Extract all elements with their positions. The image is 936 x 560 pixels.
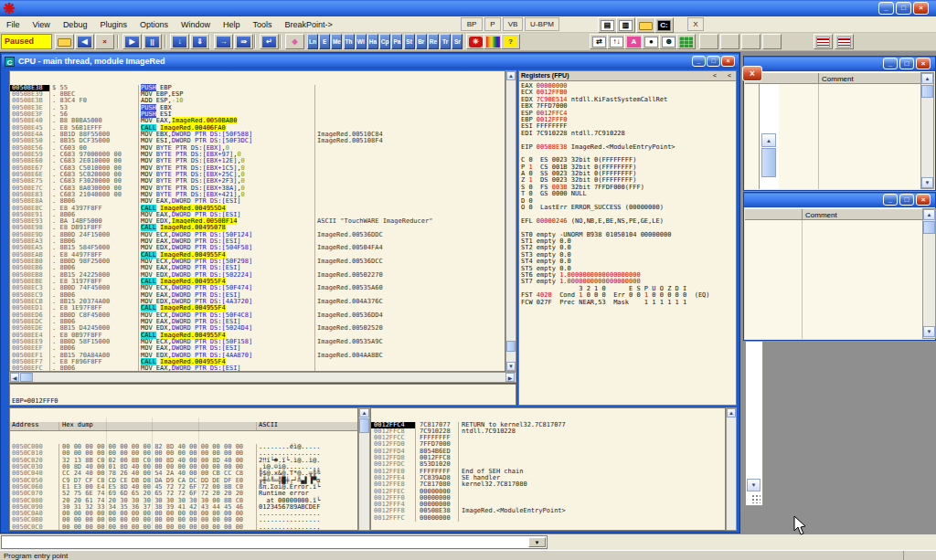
disasm-row[interactable]: 00508E38$ 55PUSH EBP (10, 85, 505, 91)
command-input[interactable] (3, 537, 529, 547)
disasm-hscrollbar[interactable] (9, 372, 516, 383)
scroll-down-icon[interactable]: ▼ (747, 479, 760, 491)
animate-into-icon[interactable]: ⇓ (190, 34, 209, 49)
gear-icon[interactable]: ✳ (466, 34, 485, 49)
disasm-row[interactable]: 00508E8C. E8 4397F8FFCALL ImageRed.00495… (10, 206, 505, 212)
disasm-row[interactable]: 00508E9D. 8B0D 24F15000MOV ECX,DWORD PTR… (10, 232, 505, 238)
register-line[interactable]: EIP 00508E38 ImageRed.<ModuleEntryPoint> (519, 144, 736, 151)
pane-button-sr[interactable]: Sr (452, 34, 463, 49)
grid-icon[interactable] (676, 34, 696, 49)
empty-button[interactable] (720, 34, 739, 49)
registers-collapse-icon[interactable]: < (728, 72, 731, 79)
app-titlebar[interactable]: _ □ × (0, 0, 936, 16)
notes-page-icon[interactable]: ▥ (616, 17, 635, 33)
animate-over-icon[interactable]: ⇒ (234, 34, 253, 49)
dump-pane[interactable]: Address Hex dump ASCII 0050C00000 00 00 … (9, 407, 358, 531)
pause-icon[interactable]: || (143, 34, 162, 49)
bgwin-top-restore-button[interactable]: □ (899, 58, 914, 69)
registers-collapse-icon[interactable]: < (713, 72, 717, 79)
menu-button-bp[interactable]: BP (461, 17, 483, 31)
swap-arrows-icon[interactable]: ⇄ (590, 34, 609, 49)
register-line[interactable]: O 0 LastErr ERROR_SUCCESS (00000000) (519, 205, 736, 211)
scroll-right-icon[interactable]: ▶ (505, 373, 515, 382)
letter-a-icon[interactable]: A (624, 34, 644, 49)
disasm-pane[interactable]: 00508E38$ 55PUSH EBP00508E39. 8BECMOV EB… (9, 70, 505, 372)
close-program-icon[interactable]: × (95, 34, 114, 49)
arrows-updown-icon[interactable]: ↑↓ (607, 34, 626, 49)
stack-vscrollbar[interactable] (726, 407, 737, 531)
chevron-down-icon[interactable]: ▼ (528, 537, 546, 547)
scroll-up-icon[interactable]: ▲ (506, 71, 516, 80)
pane-button-cp[interactable]: Cp (379, 34, 390, 49)
register-line[interactable]: T 0 GS 0000 NULL (519, 191, 736, 197)
disasm-row[interactable]: 00508EF7. E8 F896F8FFCALL ImageRed.00495… (10, 359, 505, 365)
hidden-window-close-button[interactable]: × (742, 66, 762, 81)
scroll-thumb[interactable] (921, 85, 933, 98)
pane-button-ln[interactable]: Ln (307, 34, 318, 49)
disasm-row[interactable]: 00508EFC. 8B06MOV EAX,DWORD PTR DS:[ESI] (10, 365, 505, 372)
scroll-thumb[interactable] (359, 418, 369, 433)
scroll-down-icon[interactable]: ▼ (921, 177, 933, 188)
rose-icon[interactable]: ⊛ (659, 34, 678, 49)
dot-icon[interactable]: ● (642, 34, 661, 49)
go-to-icon[interactable]: ◆ (285, 34, 304, 49)
menu-button-u-bpm[interactable]: U-BPM (525, 17, 559, 31)
bgwin-mid-restore-button[interactable]: □ (899, 194, 914, 206)
scroll-up-icon[interactable]: ▲ (359, 408, 369, 417)
bgwin-top-close-button[interactable]: × (916, 58, 931, 69)
stack-row[interactable]: 0012FFFC00000000 (371, 515, 725, 522)
bgwin-mid-close-button[interactable]: × (916, 194, 931, 206)
scroll-down-icon[interactable]: ▼ (506, 362, 516, 371)
pane-button-re[interactable]: Re (428, 34, 439, 49)
empty-button[interactable] (762, 34, 782, 49)
pane-button-tr[interactable]: Tr (440, 34, 451, 49)
pane-button-wi[interactable]: Wi (356, 34, 367, 49)
pane-button-pa[interactable]: Pa (391, 34, 402, 49)
cpu-restore-button[interactable]: □ (707, 56, 720, 67)
scroll-left-icon[interactable]: ◀ (10, 373, 19, 382)
child-close-button[interactable]: X (687, 17, 704, 31)
register-line[interactable]: FCW 027F Prec NEAR,53 Mask 1 1 1 1 1 1 (519, 300, 736, 306)
scroll-thumb[interactable] (20, 373, 33, 382)
command-combobox[interactable]: ▼ (1, 535, 548, 549)
bgwin-top-minimize-button[interactable]: _ (883, 58, 898, 69)
disasm-row[interactable]: 00508E3B. 83C4 F0ADD ESP,-10 (10, 98, 505, 104)
pane-button-e[interactable]: E (319, 34, 330, 49)
step-over-icon[interactable]: → (214, 34, 233, 49)
menu-button-p[interactable]: P (484, 17, 501, 31)
minimize-button[interactable]: _ (878, 2, 894, 15)
register-line[interactable]: EFL 00000246 (NO,NB,E,BE,NS,PE,GE,LE) (519, 218, 736, 225)
scroll-up-icon[interactable]: ▲ (923, 209, 935, 220)
script-list-icon[interactable] (835, 34, 854, 49)
close-button[interactable]: × (913, 2, 929, 15)
cpu-close-button[interactable]: × (721, 56, 735, 67)
empty-button[interactable] (741, 34, 760, 49)
disasm-row[interactable]: 00508EE9. 8B0D 58F15000MOV ECX,DWORD PTR… (10, 339, 505, 345)
run-to-return-icon[interactable]: ↵ (260, 34, 279, 49)
scroll-thumb[interactable] (506, 341, 516, 352)
step-into-icon[interactable]: ↓ (170, 34, 189, 49)
run-icon[interactable]: ▶ (122, 34, 142, 49)
scroll-up-icon[interactable]: ▲ (727, 408, 736, 417)
scroll-thumb[interactable] (761, 148, 776, 177)
register-line[interactable]: EDI 7C910228 ntdll.7C910228 (519, 131, 736, 137)
pane-button-br[interactable]: Br (416, 34, 427, 49)
cpu-titlebar[interactable]: C CPU - main thread, module ImageRed (2, 54, 739, 69)
pane-button-me[interactable]: Me (331, 34, 342, 49)
disasm-row[interactable]: 00508ED6. 8B0D C8F45000MOV ECX,DWORD PTR… (10, 312, 505, 319)
pane-button-th[interactable]: Th (344, 34, 355, 49)
disasm-vscrollbar[interactable] (505, 70, 516, 372)
rainbow-icon[interactable] (484, 34, 503, 49)
console-icon[interactable]: C: (654, 17, 674, 33)
empty-button[interactable] (699, 34, 718, 49)
scroll-up-icon[interactable]: ▲ (761, 133, 776, 147)
restart-icon[interactable]: ◀ (75, 34, 94, 49)
open-folder-icon[interactable] (636, 17, 655, 33)
restore-button[interactable]: □ (896, 2, 911, 15)
disasm-row[interactable]: 00508EC3. 8B0D 74F45000MOV ECX,DWORD PTR… (10, 285, 505, 291)
registers-pane[interactable]: Registers (FPU) < < EAX 00000000ECX 0012… (518, 70, 737, 406)
scroll-up-icon[interactable]: ▲ (921, 73, 933, 84)
disasm-row[interactable]: 00508EB0. 8B0D 98F25000MOV ECX,DWORD PTR… (10, 259, 505, 265)
scroll-thumb[interactable] (923, 221, 935, 234)
resize-grip[interactable] (751, 494, 760, 503)
